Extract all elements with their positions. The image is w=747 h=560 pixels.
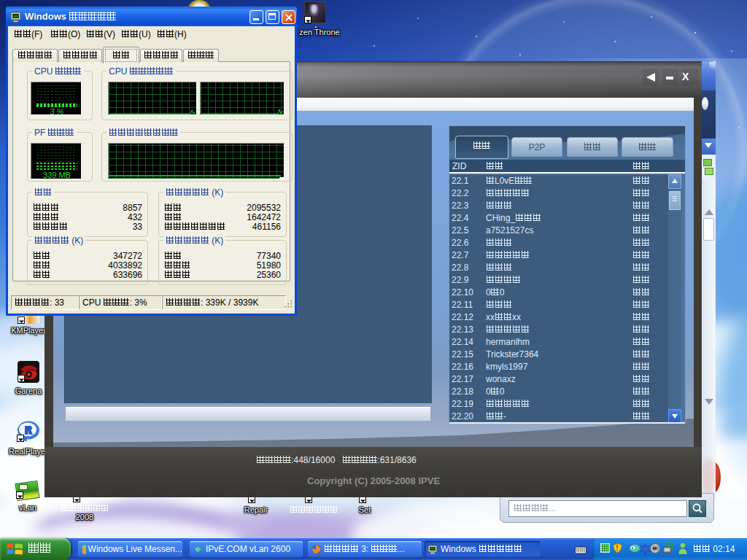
svg-text:!: ! — [616, 544, 618, 552]
